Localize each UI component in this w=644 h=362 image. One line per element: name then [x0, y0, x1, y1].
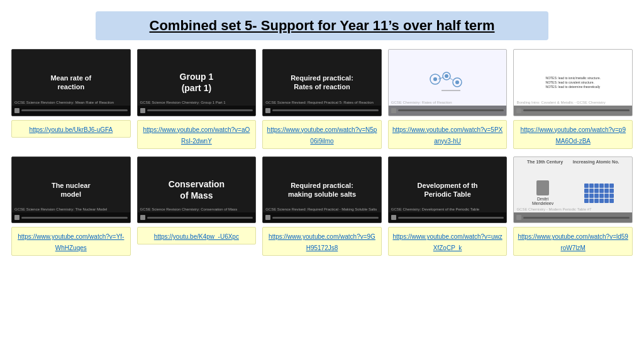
thumb-bar-row2-col4	[389, 212, 507, 222]
period-cell	[589, 194, 594, 198]
link-box-row1-col3[interactable]: https://www.youtube.com/watch?v=N5p06i9i…	[262, 120, 382, 149]
thumbnail-row2-col2[interactable]: Conservationof Mass GCSE Science Revisio…	[137, 156, 257, 224]
thumb-label-row1-col1: GCSE Science Revision Chemistry: Mean Ra…	[13, 101, 129, 104]
thumbnail-row2-col5[interactable]: The 19th Century Increasing Atomic No. D…	[513, 156, 633, 224]
link-row2-col2[interactable]: https://youtu.be/K4pw_-U6Xpc	[154, 233, 239, 240]
period-cell	[599, 199, 604, 203]
link-row2-col3[interactable]: https://www.youtube.com/watch?v=9GH95172…	[269, 233, 375, 251]
thumb-bar-row1-col4	[389, 106, 507, 116]
link-row1-col1[interactable]: https://youtu.be/UkrBJ6-uGFA	[29, 126, 113, 133]
thumbnail-row1-col2[interactable]: Group 1(part 1) GCSE Science Revision Ch…	[137, 49, 257, 116]
thumb-label-row2-col5: GCSE Chemistry - Modern Periodic Table #…	[515, 207, 631, 211]
page-title-container: Combined set 5- Support for Year 11’s ov…	[96, 11, 548, 40]
period-cell	[604, 184, 609, 188]
card-row1-col1: Mean rate ofreaction GCSE Science Revisi…	[11, 49, 131, 149]
video-grid: Mean rate ofreaction GCSE Science Revisi…	[6, 49, 638, 256]
thumb-play-row2-col1	[14, 215, 19, 220]
thumb-label-row1-col2: GCSE Science Revision Chemistry: Group 1…	[139, 101, 255, 104]
link-box-row2-col5[interactable]: https://www.youtube.com/watch?v=ld59roW7…	[513, 227, 633, 256]
link-box-row1-col5[interactable]: https://www.youtube.com/watch?v=p9MA6Od-…	[513, 120, 633, 149]
thumb-label-row1-col3: GCSE Science Revised: Required Practical…	[264, 101, 380, 104]
link-box-row2-col4[interactable]: https://www.youtube.com/watch?v=uwzXfZoC…	[388, 227, 508, 256]
thumbnail-row1-col1[interactable]: Mean rate ofreaction GCSE Science Revisi…	[11, 49, 131, 116]
thumb-progress-row1-col5	[523, 109, 630, 111]
thumbnail-row2-col1[interactable]: The nuclearmodel GCSE Science Revision C…	[11, 156, 131, 224]
period-cell	[604, 199, 609, 203]
thumb-bar-row2-col5	[514, 212, 632, 222]
link-row1-col4[interactable]: https://www.youtube.com/watch?v=5PXanyv3…	[392, 126, 502, 145]
svg-line-6	[438, 77, 443, 79]
period-table-mini	[584, 184, 614, 203]
card-row1-col3: Required practical:Rates of reaction GCS…	[262, 49, 382, 149]
card-row2-col1: The nuclearmodel GCSE Science Revision C…	[11, 156, 131, 256]
period-cell	[599, 194, 604, 198]
thumbnail-row2-col4[interactable]: Development of thPeriodic Table GCSE Che…	[388, 156, 508, 224]
period-cell	[584, 199, 589, 203]
thumb-bar-row2-col1	[12, 212, 130, 222]
period-cell	[599, 184, 604, 188]
period-person-row2-col5: DmitriMendeleev	[532, 180, 553, 206]
thumb-label-row2-col4: GCSE Chemistry: Development of the Perio…	[390, 207, 506, 211]
thumb-progress-row2-col4	[398, 217, 504, 219]
thumb-text-row1-col1: Mean rate ofreaction	[48, 71, 94, 94]
link-box-row1-col1[interactable]: https://youtu.be/UkrBJ6-uGFA	[11, 120, 131, 138]
period-name: DmitriMendeleev	[532, 197, 553, 206]
period-cell	[604, 189, 609, 193]
link-box-row1-col2[interactable]: https://www.youtube.com/watch?v=aORsI-2d…	[137, 120, 257, 149]
thumb-progress-row2-col1	[21, 217, 128, 219]
thumb-play-row2-col5	[516, 215, 521, 220]
period-cell	[609, 199, 614, 203]
period-cell	[594, 199, 599, 203]
thumb-play-row2-col3	[265, 215, 270, 220]
link-box-row2-col3[interactable]: https://www.youtube.com/watch?v=9GH95172…	[262, 227, 382, 256]
period-cell	[584, 194, 589, 198]
thumb-progress-row2-col2	[147, 217, 253, 219]
link-row1-col2[interactable]: https://www.youtube.com/watch?v=aORsI-2d…	[143, 126, 250, 145]
thumb-text-row2-col4: Development of thPeriodic Table	[415, 178, 480, 202]
molecule-svg-row1-col4	[423, 67, 473, 98]
period-cell	[594, 189, 599, 193]
link-box-row2-col1[interactable]: https://www.youtube.com/watch?v=Yf-WhHZu…	[11, 227, 131, 256]
link-row1-col3[interactable]: https://www.youtube.com/watch?v=N5p06i9i…	[267, 126, 377, 145]
card-row2-col5: The 19th Century Increasing Atomic No. D…	[513, 156, 633, 256]
link-row1-col5[interactable]: https://www.youtube.com/watch?v=p9MA6Od-…	[520, 126, 626, 145]
svg-line-7	[450, 78, 453, 80]
thumb-label-row2-col3: GCSE Science Revised: Required Practical…	[264, 207, 380, 211]
link-row2-col1[interactable]: https://www.youtube.com/watch?v=Yf-WhHZu…	[18, 233, 124, 251]
thumb-play-row2-col4	[391, 215, 396, 220]
card-row2-col4: Development of thPeriodic Table GCSE Che…	[388, 156, 508, 256]
thumb-label-row2-col1: GCSE Science Revision Chemistry: The Nuc…	[13, 207, 129, 211]
period-portrait	[536, 180, 549, 195]
period-cell	[584, 189, 589, 193]
thumb-progress-row1-col1	[21, 109, 128, 111]
card-row2-col2: Conservationof Mass GCSE Science Revisio…	[137, 156, 257, 256]
period-cell	[599, 189, 604, 193]
thumb-text-row2-col2: Conservationof Mass	[166, 176, 227, 204]
thumb-text-row1-col2: Group 1(part 1)	[177, 69, 216, 96]
period-cell	[609, 184, 614, 188]
svg-point-3	[445, 74, 448, 78]
thumb-text-row2-col1: The nuclearmodel	[49, 178, 93, 202]
thumb-progress-row1-col3	[272, 109, 379, 111]
thumbnail-row1-col5[interactable]: NOTES: lead to ionic/metallic structure.…	[513, 49, 633, 116]
thumb-play-row2-col2	[140, 215, 145, 220]
link-box-row1-col4[interactable]: https://www.youtube.com/watch?v=5PXanyv3…	[388, 120, 508, 149]
thumb-label-row2-col2: GCSE Science Revision Chemistry: Conserv…	[139, 207, 255, 211]
period-cell	[609, 189, 614, 193]
link-row2-col4[interactable]: https://www.youtube.com/watch?v=uwzXfZoC…	[392, 233, 502, 251]
thumbnail-row2-col3[interactable]: Required practical:making soluble salts …	[262, 156, 382, 224]
period-cell	[609, 194, 614, 198]
thumb-bar-row1-col5	[514, 106, 632, 116]
link-row2-col5[interactable]: https://www.youtube.com/watch?v=ld59roW7…	[518, 233, 628, 251]
card-row1-col2: Group 1(part 1) GCSE Science Revision Ch…	[137, 49, 257, 149]
period-header-row2-col5: The 19th Century Increasing Atomic No.	[525, 158, 621, 165]
svg-point-5	[455, 80, 459, 84]
thumb-progress-row1-col2	[147, 109, 253, 111]
thumbnail-row1-col4[interactable]: GCSE Chemistry: Rates of Reaction	[388, 49, 508, 116]
period-cell	[589, 199, 594, 203]
thumb-play-row1-col3	[265, 108, 270, 113]
thumb-progress-row1-col4	[398, 109, 504, 111]
notes-text-row1-col5: NOTES: lead to ionic/metallic structure.…	[543, 74, 603, 92]
link-box-row2-col2[interactable]: https://youtu.be/K4pw_-U6Xpc	[137, 227, 257, 244]
thumbnail-row1-col3[interactable]: Required practical:Rates of reaction GCS…	[262, 49, 382, 116]
